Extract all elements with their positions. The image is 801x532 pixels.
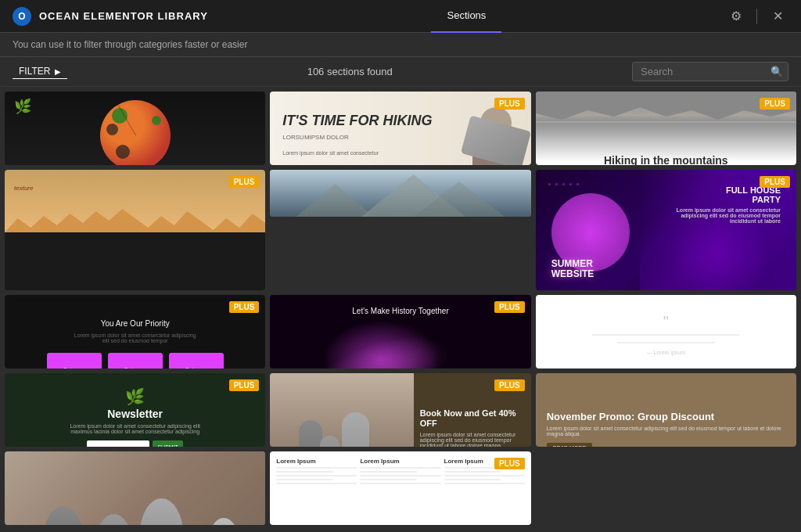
card-mountains[interactable]: Hiking in the mountains Lorem ipsum dolo… bbox=[536, 92, 796, 165]
preview-button[interactable]: Preview bbox=[134, 119, 183, 138]
plus-badge: PLUS bbox=[494, 98, 525, 110]
toolbar: You can use it to filter through categor… bbox=[0, 33, 801, 57]
insert-button[interactable]: Insert bbox=[618, 401, 659, 419]
filter-arrow-icon: ▶ bbox=[55, 67, 61, 76]
insert-button[interactable]: Insert bbox=[646, 322, 687, 341]
settings-button[interactable]: ⚙ bbox=[725, 5, 747, 27]
close-icon: ✕ bbox=[773, 9, 783, 23]
insert-button[interactable]: Insert bbox=[618, 119, 659, 138]
card-promo[interactable]: November Promo: Group Discount Lorem ips… bbox=[536, 373, 796, 447]
card-quote[interactable]: " — Lorem ipsum Insert bbox=[536, 295, 796, 368]
insert-button[interactable]: Insert bbox=[353, 322, 393, 341]
header: O OCEAN ELEMENTOR LIBRARY Sections ⚙ ✕ bbox=[0, 0, 801, 33]
preview-button[interactable]: Preview bbox=[399, 401, 448, 419]
card-gold-bottom[interactable]: texture PLUS Insert bbox=[5, 170, 265, 290]
card-lorem-cols[interactable]: Lorem Ipsum Lorem Ipsum Lorem Ipsum bbox=[270, 451, 530, 525]
plus-badge: PLUS bbox=[229, 176, 260, 188]
preview-button[interactable]: Preview bbox=[665, 119, 714, 138]
preview-button[interactable]: Preview bbox=[399, 322, 448, 341]
preview-button[interactable]: Preview bbox=[134, 322, 183, 341]
preview-button[interactable]: Preview bbox=[665, 401, 714, 419]
filter-label: FILTER bbox=[19, 66, 50, 77]
plus-badge: PLUS bbox=[229, 301, 260, 313]
card-smoke[interactable]: Let's Make History Together 2021SOMETHIN… bbox=[270, 295, 530, 368]
insert-button[interactable]: Insert bbox=[618, 221, 659, 239]
card-newsletter[interactable]: 🌿 Newsletter Lorem ipsum dolor sit amet … bbox=[5, 373, 265, 447]
tab-sections[interactable]: Sections bbox=[431, 0, 501, 33]
preview-button[interactable]: Preview bbox=[134, 401, 183, 419]
insert-button[interactable]: Insert bbox=[87, 119, 128, 138]
insert-button[interactable]: Insert bbox=[380, 184, 421, 203]
template-grid: 🌿 Lorem ipsum dolor sit amet consectetur bbox=[0, 87, 801, 530]
plus-badge: PLUS bbox=[494, 379, 525, 391]
card-pizza[interactable]: 🌿 Lorem ipsum dolor sit amet consectetur bbox=[5, 92, 265, 165]
card-hiking[interactable]: IT'S TIME FOR HIKING LORSUMIPSM DOLOR Lo… bbox=[270, 92, 530, 165]
preview-button[interactable]: Preview bbox=[665, 221, 714, 239]
hiking-title: IT'S TIME FOR HIKING bbox=[282, 113, 432, 129]
plus-badge: PLUS bbox=[494, 458, 525, 469]
header-divider bbox=[756, 9, 757, 24]
search-icon: 🔍 bbox=[770, 66, 783, 77]
filter-hint: You can use it to filter through categor… bbox=[13, 39, 247, 50]
close-button[interactable]: ✕ bbox=[767, 5, 788, 27]
hiking-sub: LORSUMIPSM DOLOR bbox=[282, 134, 432, 141]
insert-button[interactable]: Insert bbox=[115, 221, 156, 239]
card-priority[interactable]: You Are Our Priority Lorem ipsum dolor s… bbox=[5, 295, 265, 368]
insert-button[interactable]: Insert bbox=[353, 479, 393, 498]
insert-button[interactable]: Insert bbox=[115, 479, 156, 498]
insert-button[interactable]: Insert bbox=[87, 401, 128, 419]
plus-badge: PLUS bbox=[760, 98, 790, 110]
plus-badge: PLUS bbox=[494, 301, 525, 313]
sections-count: 106 sections found bbox=[67, 66, 632, 77]
toolbar2: FILTER ▶ 106 sections found 🔍 bbox=[0, 57, 801, 87]
card-booknow[interactable]: Book Now and Get 40% OFF Lorem ipsum dol… bbox=[270, 373, 530, 447]
settings-icon: ⚙ bbox=[731, 9, 742, 23]
header-tabs: Sections bbox=[431, 0, 501, 33]
preview-button[interactable]: Preview bbox=[399, 479, 448, 498]
filter-button[interactable]: FILTER ▶ bbox=[13, 64, 67, 79]
header-actions: ⚙ ✕ bbox=[725, 5, 788, 27]
header-left: O OCEAN ELEMENTOR LIBRARY bbox=[13, 7, 208, 26]
search-box[interactable]: 🔍 bbox=[632, 62, 788, 81]
plus-badge: PLUS bbox=[760, 176, 790, 188]
card-sitting[interactable]: Insert bbox=[5, 451, 265, 525]
card-mountain-scene[interactable]: Insert bbox=[270, 170, 530, 217]
card-summer[interactable]: SUMMERWEBSITE FULL HOUSEPARTY Lorem ipsu… bbox=[536, 170, 796, 290]
insert-button[interactable]: Insert bbox=[87, 322, 128, 341]
search-input[interactable] bbox=[641, 66, 766, 77]
app-logo: O bbox=[13, 7, 31, 26]
plus-badge: PLUS bbox=[229, 379, 260, 391]
app-title: OCEAN ELEMENTOR LIBRARY bbox=[39, 10, 208, 22]
insert-button[interactable]: Insert bbox=[353, 401, 393, 419]
